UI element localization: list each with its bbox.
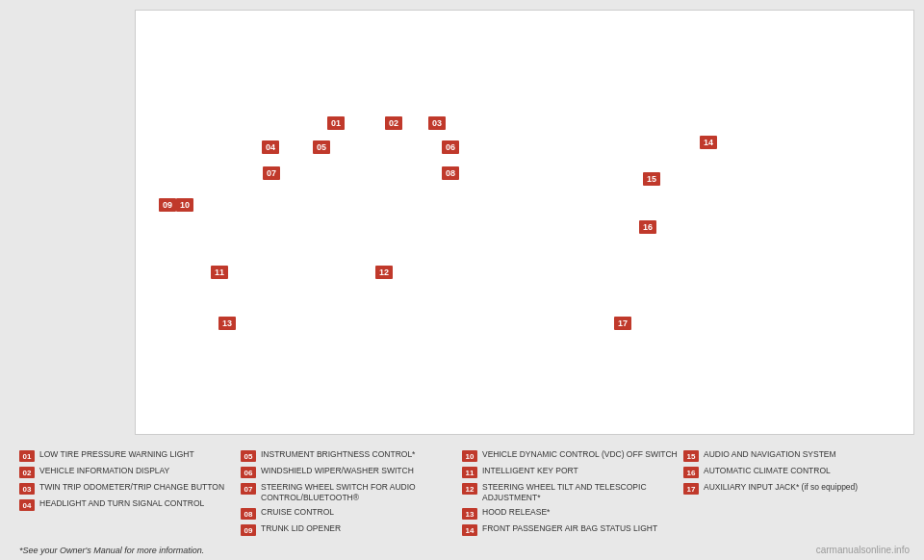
legend-badge-15: 15: [683, 450, 699, 462]
legend-item-03: 03TWIN TRIP ODOMETER/TRIP CHANGE BUTTON: [19, 482, 241, 495]
legend-item-06: 06WINDSHIELD WIPER/WASHER SWITCH: [241, 466, 462, 478]
hotspot-15: 15: [643, 172, 660, 186]
hotspot-12: 12: [375, 266, 393, 279]
hotspot-16: 16: [639, 220, 656, 234]
legend-badge-11: 11: [462, 467, 477, 478]
hotspot-11: 11: [211, 266, 228, 279]
legend-text-12: STEERING WHEEL TILT AND TELESCOPIC ADJUS…: [482, 482, 683, 503]
hotspot-17: 17: [614, 317, 631, 330]
legend-item-04: 04HEADLIGHT AND TURN SIGNAL CONTROL: [19, 498, 241, 511]
legend-item-15: 15AUDIO AND NAVIGATION SYSTEM: [683, 449, 905, 462]
legend-text-10: VEHICLE DYNAMIC CONTROL (VDC) OFF SWITCH: [482, 449, 678, 460]
legend-item-07: 07STEERING WHEEL SWITCH FOR AUDIO CONTRO…: [241, 482, 462, 503]
legend-text-11: INTELLIGENT KEY PORT: [482, 466, 578, 476]
footnote: *See your Owner's Manual for more inform…: [19, 546, 905, 555]
legend-badge-14: 14: [462, 524, 477, 536]
legend-item-13: 13HOOD RELEASE*: [462, 507, 683, 520]
legend-text-07: STEERING WHEEL SWITCH FOR AUDIO CONTROL/…: [261, 482, 462, 503]
legend-text-13: HOOD RELEASE*: [482, 507, 550, 518]
legend-section: 01LOW TIRE PRESSURE WARNING LIGHT02VEHIC…: [0, 440, 924, 560]
legend-text-17: AUXILIARY INPUT JACK* (if so equipped): [704, 482, 858, 493]
hotspot-07: 07: [263, 166, 280, 180]
hotspot-06: 06: [442, 140, 459, 154]
legend-badge-04: 04: [19, 499, 35, 511]
hotspot-13: 13: [218, 317, 236, 330]
legend-text-05: INSTRUMENT BRIGHTNESS CONTROL*: [261, 449, 415, 460]
legend-text-03: TWIN TRIP ODOMETER/TRIP CHANGE BUTTON: [39, 482, 224, 493]
legend-text-09: TRUNK LID OPENER: [261, 523, 341, 534]
legend-col-1: 01LOW TIRE PRESSURE WARNING LIGHT02VEHIC…: [19, 449, 241, 542]
legend-item-10: 10VEHICLE DYNAMIC CONTROL (VDC) OFF SWIT…: [462, 449, 683, 462]
legend-badge-03: 03: [19, 483, 35, 495]
hotspot-01: 01: [327, 116, 345, 130]
legend-badge-16: 16: [683, 467, 699, 478]
legend-badge-01: 01: [19, 450, 35, 462]
legend-badge-07: 07: [241, 483, 256, 495]
legend-item-01: 01LOW TIRE PRESSURE WARNING LIGHT: [19, 449, 241, 462]
legend-text-14: FRONT PASSENGER AIR BAG STATUS LIGHT: [482, 523, 657, 534]
legend-item-09: 09TRUNK LID OPENER: [241, 523, 462, 536]
legend-item-11: 11INTELLIGENT KEY PORT: [462, 466, 683, 478]
hotspot-14: 14: [700, 136, 717, 149]
hotspot-08: 08: [442, 166, 459, 180]
legend-badge-10: 10: [462, 450, 477, 462]
legend-item-17: 17AUXILIARY INPUT JACK* (if so equipped): [683, 482, 905, 495]
hotspot-02: 02: [385, 116, 402, 130]
legend-text-08: CRUISE CONTROL: [261, 507, 334, 518]
legend-col-3: 10VEHICLE DYNAMIC CONTROL (VDC) OFF SWIT…: [462, 449, 683, 542]
hotspot-10: 10: [176, 198, 193, 212]
legend-badge-17: 17: [683, 483, 699, 495]
legend-item-14: 14FRONT PASSENGER AIR BAG STATUS LIGHT: [462, 523, 683, 536]
legend-grid: 01LOW TIRE PRESSURE WARNING LIGHT02VEHIC…: [19, 449, 905, 542]
legend-item-12: 12STEERING WHEEL TILT AND TELESCOPIC ADJ…: [462, 482, 683, 503]
hotspot-04: 04: [262, 140, 279, 154]
legend-item-02: 02VEHICLE INFORMATION DISPLAY: [19, 466, 241, 478]
legend-item-16: 16AUTOMATIC CLIMATE CONTROL: [683, 466, 905, 478]
hotspot-05: 05: [313, 140, 330, 154]
legend-text-04: HEADLIGHT AND TURN SIGNAL CONTROL: [39, 498, 204, 509]
diagram-container: 0102030405060708091011121314151617: [135, 10, 914, 435]
legend-item-05: 05INSTRUMENT BRIGHTNESS CONTROL*: [241, 449, 462, 462]
watermark: carmanualsonline.info: [816, 545, 910, 555]
legend-badge-05: 05: [241, 450, 256, 462]
legend-badge-02: 02: [19, 467, 35, 478]
legend-col-2: 05INSTRUMENT BRIGHTNESS CONTROL*06WINDSH…: [241, 449, 462, 542]
legend-text-02: VEHICLE INFORMATION DISPLAY: [39, 466, 169, 476]
legend-badge-12: 12: [462, 483, 477, 495]
legend-badge-13: 13: [462, 508, 477, 520]
legend-item-08: 08CRUISE CONTROL: [241, 507, 462, 520]
legend-badge-08: 08: [241, 508, 256, 520]
legend-text-01: LOW TIRE PRESSURE WARNING LIGHT: [39, 449, 194, 460]
legend-text-16: AUTOMATIC CLIMATE CONTROL: [704, 466, 831, 476]
legend-text-15: AUDIO AND NAVIGATION SYSTEM: [704, 449, 836, 460]
hotspot-03: 03: [428, 116, 446, 130]
legend-text-06: WINDSHIELD WIPER/WASHER SWITCH: [261, 466, 414, 476]
legend-badge-09: 09: [241, 524, 256, 536]
hotspot-09: 09: [159, 198, 176, 212]
legend-col-4: 15AUDIO AND NAVIGATION SYSTEM16AUTOMATIC…: [683, 449, 905, 542]
legend-badge-06: 06: [241, 467, 256, 478]
